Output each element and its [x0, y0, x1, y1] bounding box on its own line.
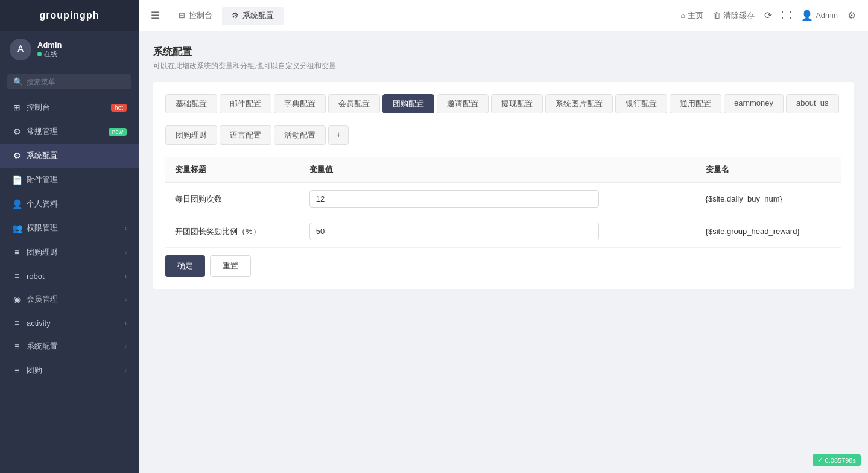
- clear-cache-label: 清除缓存: [723, 10, 755, 21]
- tab-earnmoney[interactable]: earnmoney: [724, 94, 784, 113]
- page-header: 系统配置 可以在此增改系统的变量和分组,也可以自定义分组和变量: [153, 46, 854, 71]
- tab-bank[interactable]: 银行配置: [615, 94, 667, 113]
- confirm-button[interactable]: 确定: [165, 255, 205, 277]
- sidebar-user: A Admin 在线: [0, 31, 139, 68]
- user-status: 在线: [37, 49, 62, 59]
- sidebar-item-attachment[interactable]: 📄 附件管理: [0, 168, 139, 192]
- sidebar-item-activity[interactable]: ≡ activity ‹: [0, 311, 139, 334]
- clear-cache-action[interactable]: 🗑 清除缓存: [713, 10, 755, 21]
- sidebar: groupingph A Admin 在线 🔍 ⊞ 控制台 hot ⚙ 常规管理…: [0, 0, 139, 473]
- home-label: 主页: [688, 10, 703, 21]
- sidebar-item-tuan[interactable]: ≡ 团购 ‹: [0, 358, 139, 383]
- attachment-icon: 📄: [12, 175, 22, 185]
- sidebar-item-label: 系统配置: [27, 150, 58, 161]
- row-label-1: 每日团购次数: [165, 183, 300, 215]
- sidebar-item-sysconfignav[interactable]: ≡ 系统配置 ‹: [0, 334, 139, 358]
- sidebar-item-profile[interactable]: 👤 个人资料: [0, 192, 139, 216]
- config-tab-bar-2: 团购理财 语言配置 活动配置 +: [165, 125, 841, 145]
- fullscreen-icon: ⛶: [782, 10, 791, 21]
- tab-actconfig[interactable]: 活动配置: [274, 125, 326, 145]
- trash-icon: 🗑: [713, 11, 721, 20]
- robot-icon: ≡: [12, 271, 22, 281]
- tab-sysimg[interactable]: 系统图片配置: [545, 94, 613, 113]
- sidebar-item-permission[interactable]: 👥 权限管理 ‹: [0, 216, 139, 240]
- settings-icon: ⚙: [847, 10, 856, 21]
- user-avatar-icon: 👤: [801, 10, 813, 21]
- tab-general[interactable]: 通用配置: [670, 94, 721, 113]
- table-row: 每日团购次数 {$site.daily_buy_num}: [165, 183, 841, 215]
- sidebar-item-label: robot: [27, 271, 45, 281]
- tab-basic[interactable]: 基础配置: [165, 94, 217, 113]
- tab-invite[interactable]: 邀请配置: [437, 94, 489, 113]
- fullscreen-action[interactable]: ⛶: [782, 10, 791, 21]
- tuan-icon: ≡: [12, 366, 22, 375]
- tab-groupfinance[interactable]: 团购理财: [165, 125, 217, 145]
- settings-action[interactable]: ⚙: [847, 10, 856, 21]
- sidebar-menu: ⊞ 控制台 hot ⚙ 常规管理 new ⚙ 系统配置 📄 附件管理 👤 个人资…: [0, 95, 139, 473]
- tab-member[interactable]: 会员配置: [328, 94, 380, 113]
- sidebar-item-label: 团购理财: [27, 247, 58, 258]
- tab-about-us[interactable]: about_us: [786, 94, 839, 113]
- config-panel: 基础配置 邮件配置 字典配置 会员配置 团购配置 邀请配置 提现配置 系统图片配…: [153, 82, 854, 289]
- chevron-icon: ‹: [125, 320, 127, 326]
- sidebar-item-label: 权限管理: [27, 223, 58, 233]
- user-name: Admin: [37, 40, 62, 49]
- sidebar-item-general[interactable]: ⚙ 常规管理 new: [0, 119, 139, 144]
- tab-add-button[interactable]: +: [328, 125, 349, 145]
- sidebar-search[interactable]: 🔍: [7, 74, 131, 89]
- sidebar-item-robot[interactable]: ≡ robot ‹: [0, 264, 139, 287]
- user-action[interactable]: 👤 Admin: [801, 10, 838, 21]
- profile-icon: 👤: [12, 199, 22, 209]
- sidebar-item-label: 系统配置: [27, 341, 58, 352]
- gear-icon: ⚙: [12, 127, 22, 136]
- tab-group[interactable]: 团购配置: [382, 94, 434, 113]
- topbar-tabs: ⊞ 控制台 ⚙ 系统配置: [169, 7, 284, 25]
- logo-text: groupingph: [40, 10, 100, 21]
- timing-value: 0.085798s: [825, 457, 856, 464]
- timing-badge: ✓ 0.085798s: [813, 454, 861, 466]
- chevron-icon: ‹: [125, 273, 127, 279]
- config-icon: ⚙: [12, 151, 22, 160]
- sidebar-item-dashboard[interactable]: ⊞ 控制台 hot: [0, 95, 139, 119]
- page-desc: 可以在此增改系统的变量和分组,也可以自定义分组和变量: [153, 61, 854, 71]
- timing-icon: ✓: [817, 456, 823, 464]
- sidebar-item-sysconfig[interactable]: ⚙ 系统配置: [0, 144, 139, 168]
- hot-badge: hot: [111, 104, 127, 112]
- user-info: Admin 在线: [37, 40, 62, 59]
- tab-dashboard[interactable]: ⊞ 控制台: [169, 7, 222, 25]
- tab-withdraw[interactable]: 提现配置: [491, 94, 543, 113]
- row-value-1: [300, 183, 696, 215]
- sidebar-item-label: activity: [27, 319, 51, 328]
- topbar-actions: ⌂ 主页 🗑 清除缓存 ⟳ ⛶ 👤 Admin ⚙: [680, 10, 856, 21]
- sidebar-item-groupfinance[interactable]: ≡ 团购理财 ‹: [0, 240, 139, 264]
- form-buttons: 确定 重置: [165, 248, 841, 277]
- home-icon: ⌂: [680, 11, 685, 20]
- admin-label: Admin: [816, 11, 838, 20]
- row-varname-2: {$site.group_head_reward}: [696, 215, 841, 248]
- input-group-head-reward[interactable]: [309, 223, 599, 240]
- hamburger-icon[interactable]: ☰: [151, 10, 159, 21]
- page-title: 系统配置: [153, 46, 854, 59]
- sidebar-item-label: 附件管理: [27, 174, 58, 185]
- row-label-2: 开团团长奖励比例（%）: [165, 215, 300, 248]
- reset-button[interactable]: 重置: [210, 255, 251, 277]
- sidebar-item-member[interactable]: ◉ 会员管理 ‹: [0, 287, 139, 311]
- home-action[interactable]: ⌂ 主页: [680, 10, 703, 21]
- refresh-action[interactable]: ⟳: [764, 10, 772, 21]
- tab-email[interactable]: 邮件配置: [220, 94, 271, 113]
- tab-dict[interactable]: 字典配置: [274, 94, 326, 113]
- input-daily-buy-num[interactable]: [309, 190, 599, 208]
- chevron-icon: ‹: [125, 367, 127, 374]
- topbar: ☰ ⊞ 控制台 ⚙ 系统配置 ⌂ 主页 🗑 清除缓存 ⟳: [139, 0, 868, 31]
- tab-sysconfig[interactable]: ⚙ 系统配置: [222, 7, 284, 25]
- refresh-icon: ⟳: [764, 10, 772, 21]
- chevron-icon: ‹: [125, 225, 127, 232]
- new-badge: new: [109, 128, 127, 136]
- config-tab-bar: 基础配置 邮件配置 字典配置 会员配置 团购配置 邀请配置 提现配置 系统图片配…: [165, 94, 841, 113]
- status-label: 在线: [44, 49, 57, 59]
- main-area: ☰ ⊞ 控制台 ⚙ 系统配置 ⌂ 主页 🗑 清除缓存 ⟳: [139, 0, 868, 473]
- search-input[interactable]: [27, 78, 125, 86]
- status-dot: [37, 52, 42, 56]
- tab-language[interactable]: 语言配置: [220, 125, 271, 145]
- sysconfig-tab-label: 系统配置: [242, 10, 274, 21]
